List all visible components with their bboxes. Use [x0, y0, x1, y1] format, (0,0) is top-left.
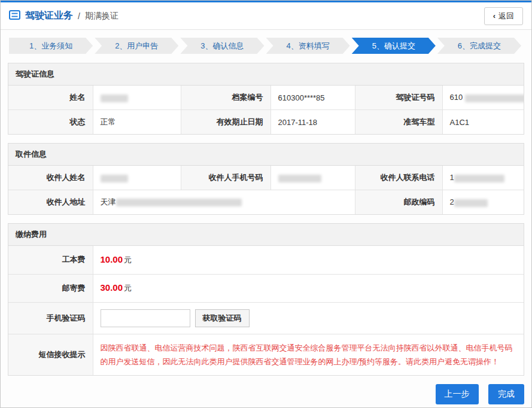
sms-notice-label: 短信接收提示: [8, 334, 93, 375]
step-6-complete-submit[interactable]: 6、完成提交: [437, 38, 521, 54]
production-fee-unit: 元: [124, 255, 132, 264]
expiry-date-value: 2017-11-18: [270, 110, 355, 135]
file-number-value: 610300****85: [270, 86, 355, 110]
recipient-phone-label: 收件人联系电话: [355, 166, 442, 190]
postcode-value: 2: [442, 190, 524, 215]
name-label: 姓名: [8, 86, 93, 110]
postcode-label: 邮政编码: [355, 190, 442, 215]
status-label: 状态: [8, 110, 93, 135]
document-list-icon: [9, 10, 20, 22]
fees-title: 缴纳费用: [8, 224, 524, 246]
sms-notice-cell: 因陕西省联通、电信运营商技术问题，陕西省互联网交通安全综合服务管理平台无法向持陕…: [93, 334, 524, 375]
breadcrumb-divider: /: [78, 11, 80, 21]
production-fee-label: 工本费: [8, 246, 93, 274]
fees-section: 缴纳费用 工本费 10.00元 邮寄费 30.00元 手机验证码: [8, 223, 524, 376]
step-3-confirm-info[interactable]: 3、确认信息: [180, 38, 264, 54]
page-subtitle: 期满换证: [85, 11, 118, 22]
back-button[interactable]: ‹ 返回: [484, 7, 523, 25]
table-row: 收件人姓名 收件人手机号码 收件人联系电话 1: [8, 166, 524, 190]
mailing-fee-value: 30.00元: [93, 274, 524, 302]
table-row: 邮寄费 30.00元: [8, 274, 524, 302]
address-label: 收件人地址: [8, 190, 93, 215]
license-info-section: 驾驶证信息 姓名 档案编号 610300****85 驾驶证号码 610 状态 …: [8, 63, 524, 135]
recipient-name-label: 收件人姓名: [8, 166, 93, 190]
finish-button[interactable]: 完成: [488, 384, 524, 404]
address-value: 天津: [93, 190, 355, 215]
page: 驾驶证业务 / 期满换证 ‹ 返回 1、业务须知 2、用户申告 3、确认信息 4…: [0, 0, 532, 408]
status-value: 正常: [93, 110, 181, 135]
pickup-info-section: 取件信息 收件人姓名 收件人手机号码 收件人联系电话 1 收件人地址 天津 邮政…: [8, 143, 524, 215]
vehicle-type-label: 准驾车型: [355, 110, 442, 135]
previous-step-button[interactable]: 上一步: [436, 384, 479, 404]
license-info-title: 驾驶证信息: [8, 63, 524, 86]
redacted-license-number: [465, 95, 524, 102]
production-fee-value: 10.00元: [93, 246, 524, 274]
table-row: 短信接收提示 因陕西省联通、电信运营商技术问题，陕西省互联网交通安全综合服务管理…: [8, 334, 524, 375]
sms-code-input[interactable]: [101, 309, 190, 327]
pickup-info-table: 收件人姓名 收件人手机号码 收件人联系电话 1 收件人地址 天津 邮政编码 2: [8, 166, 524, 214]
step-1-business-notice[interactable]: 1、业务须知: [9, 38, 93, 54]
license-info-table: 姓名 档案编号 610300****85 驾驶证号码 610 状态 正常 有效期…: [8, 86, 524, 134]
recipient-phone-value: 1: [442, 166, 524, 190]
sms-code-label: 手机验证码: [8, 302, 93, 334]
redacted-address: [116, 199, 242, 206]
mailing-fee-unit: 元: [124, 284, 132, 293]
recipient-name-value: [93, 166, 181, 190]
table-row: 工本费 10.00元: [8, 246, 524, 274]
fees-table: 工本费 10.00元 邮寄费 30.00元 手机验证码 获取验证码: [8, 246, 524, 375]
header: 驾驶证业务 / 期满换证 ‹ 返回: [1, 2, 531, 30]
postcode-prefix: 2: [450, 197, 454, 206]
table-row: 收件人地址 天津 邮政编码 2: [8, 190, 524, 215]
license-number-label: 驾驶证号码: [355, 86, 442, 110]
sms-notice-text: 因陕西省联通、电信运营商技术问题，陕西省互联网交通安全综合服务管理平台无法向持陕…: [101, 341, 517, 369]
redacted-recipient-phone: [454, 175, 504, 182]
license-number-prefix: 610: [450, 93, 463, 102]
license-number-value: 610: [442, 86, 524, 110]
get-code-button[interactable]: 获取验证码: [195, 309, 250, 327]
table-row: 手机验证码 获取验证码: [8, 302, 524, 334]
mailing-fee-label: 邮寄费: [8, 274, 93, 302]
step-5-confirm-submit[interactable]: 5、确认提交: [352, 38, 436, 54]
table-row: 状态 正常 有效期止日期 2017-11-18 准驾车型 A1C1: [8, 110, 524, 135]
chevron-left-icon: ‹: [493, 11, 495, 20]
pickup-info-title: 取件信息: [8, 144, 524, 166]
step-2-user-declaration[interactable]: 2、用户申告: [95, 38, 178, 54]
back-button-label: 返回: [498, 11, 514, 22]
redacted-name: [101, 95, 128, 102]
recipient-mobile-value: [270, 166, 355, 190]
mailing-fee-amount: 30.00: [101, 282, 123, 293]
step-wizard: 1、业务须知 2、用户申告 3、确认信息 4、资料填写 5、确认提交 6、完成提…: [9, 38, 523, 54]
file-number-label: 档案编号: [181, 86, 270, 110]
table-row: 姓名 档案编号 610300****85 驾驶证号码 610: [8, 86, 524, 110]
redacted-postcode: [454, 199, 488, 207]
step-4-fill-data[interactable]: 4、资料填写: [266, 38, 350, 54]
sms-code-cell: 获取验证码: [93, 302, 524, 334]
expiry-date-label: 有效期止日期: [181, 110, 270, 135]
production-fee-amount: 10.00: [101, 254, 123, 264]
recipient-phone-prefix: 1: [450, 173, 454, 182]
page-title: 驾驶证业务: [25, 10, 73, 22]
redacted-recipient-mobile: [278, 175, 321, 182]
redacted-recipient-name: [101, 175, 128, 182]
breadcrumb: 驾驶证业务 / 期满换证: [9, 10, 118, 22]
vehicle-type-value: A1C1: [442, 110, 524, 135]
address-prefix: 天津: [101, 197, 116, 206]
recipient-mobile-label: 收件人手机号码: [181, 166, 270, 190]
name-value: [93, 86, 181, 110]
footer-actions: 上一步 完成: [8, 384, 524, 404]
